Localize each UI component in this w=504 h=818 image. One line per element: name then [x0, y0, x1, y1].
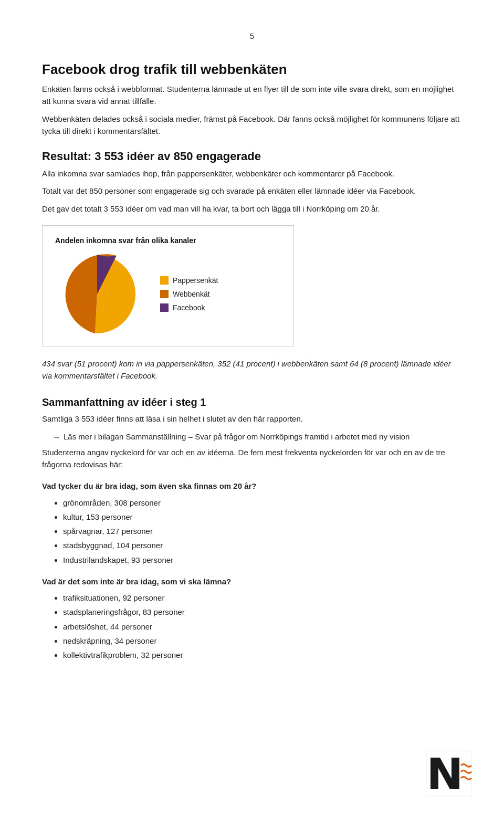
legend-color-webbenkät	[160, 290, 169, 298]
chart-inner: Andelen inkomna svar från olika kanaler	[55, 236, 218, 336]
result-paragraph-2: Totalt var det 850 personer som engagera…	[42, 185, 462, 197]
legend-item-pappersenkät: Pappersenkät	[160, 276, 218, 285]
summary-paragraph-2: Studenterna angav nyckelord för var och …	[42, 446, 462, 471]
intro-paragraph-1: Enkäten fanns också i webbformat. Studen…	[42, 83, 462, 108]
list-item: nedskräpning, 34 personer	[63, 635, 462, 647]
intro-paragraph-2: Webbenkäten delades också i sociala medi…	[42, 113, 462, 138]
legend-label-pappersenkät: Pappersenkät	[173, 276, 218, 285]
question-1-text: Vad tycker du är bra idag, som även ska …	[42, 480, 462, 492]
legend-label-webbenkät: Webbenkät	[173, 290, 210, 298]
summary-paragraph-1: Samtliga 3 553 idéer finns att läsa i si…	[42, 413, 462, 425]
summary-arrow-item: → Läs mer i bilagan Sammanställning – Sv…	[52, 431, 462, 443]
list-item: stadsbyggnad, 104 personer	[63, 539, 462, 551]
result-title: Resultat: 3 553 idéer av 850 engagerade	[42, 150, 462, 163]
legend-color-pappersenkät	[160, 276, 169, 285]
page-number: 5	[42, 32, 462, 40]
result-paragraph-3: Det gav det totalt 3 553 idéer om vad ma…	[42, 203, 462, 215]
list-item: kollektivtrafikproblem, 32 personer	[63, 649, 462, 661]
list-item: spårvagnar, 127 personer	[63, 525, 462, 537]
summary-arrow-text: Läs mer i bilagan Sammanställning – Svar…	[64, 431, 410, 443]
chart-container: Andelen inkomna svar från olika kanaler	[42, 225, 294, 347]
legend-item-facebook: Facebook	[160, 303, 218, 312]
list-item: arbetslöshet, 44 personer	[63, 621, 462, 633]
pie-chart	[55, 252, 139, 336]
norrköping-logo	[425, 750, 472, 797]
result-paragraph-1: Alla inkomna svar samlades ihop, från pa…	[42, 167, 462, 180]
legend-label-facebook: Facebook	[173, 303, 205, 312]
chart-title: Andelen inkomna svar från olika kanaler	[55, 236, 196, 245]
chart-legend: Pappersenkät Webbenkät Facebook	[160, 276, 218, 312]
summary-title: Sammanfattning av idéer i steg 1	[42, 396, 462, 408]
list-item: stadsplaneringsfrågor, 83 personer	[63, 606, 462, 618]
arrow-icon: →	[52, 431, 60, 443]
question-2-text: Vad är det som inte är bra idag, som vi …	[42, 575, 462, 588]
question-1-list: grönområden, 308 personer kultur, 153 pe…	[63, 497, 462, 566]
legend-item-webbenkät: Webbenkät	[160, 290, 218, 298]
page-title: Facebook drog trafik till webbenkäten	[42, 61, 462, 78]
chart-caption: 434 svar (51 procent) kom in via pappers…	[42, 358, 462, 382]
list-item: grönområden, 308 personer	[63, 497, 462, 509]
logo-svg	[425, 750, 472, 797]
question-2-list: trafiksituationen, 92 personer stadsplan…	[63, 592, 462, 661]
legend-color-facebook	[160, 303, 169, 312]
list-item: kultur, 153 personer	[63, 511, 462, 523]
list-item: trafiksituationen, 92 personer	[63, 592, 462, 604]
list-item: Industrilandskapet, 93 personer	[63, 554, 462, 566]
